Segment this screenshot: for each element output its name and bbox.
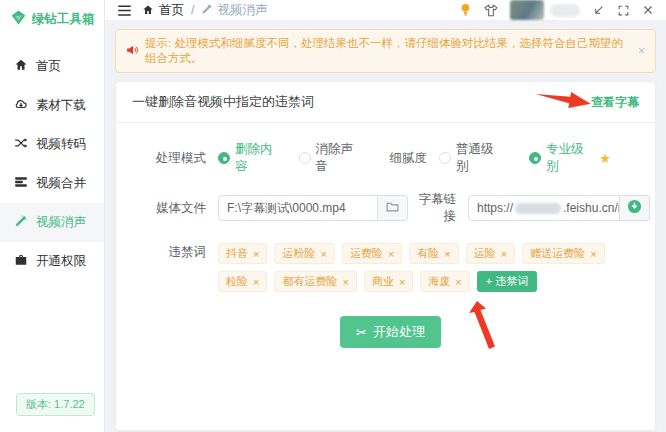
forbidden-words-label: 违禁词 [144, 241, 206, 292]
alert-text: 提示: 处理模式和细腻度不同，处理结果也不一样，请仔细体验对比结果，选择符合自己… [145, 36, 632, 66]
media-file-label: 媒体文件 [144, 200, 206, 217]
hamburger-menu-icon[interactable] [117, 4, 132, 17]
tag-label: 海废 [428, 274, 450, 289]
home-icon [14, 58, 28, 75]
close-window-icon[interactable] [642, 4, 654, 16]
cloud-download-icon [14, 97, 28, 114]
browse-folder-button[interactable] [378, 195, 408, 221]
tag-item: 商业× [364, 271, 413, 292]
view-subtitle-link[interactable]: 查看字幕 [591, 94, 639, 111]
tag-label: 抖音 [226, 246, 248, 261]
row-file-link: 媒体文件 字幕链接 [144, 191, 637, 225]
sidebar: 绿钻工具箱 首页 素材下载 视频转码 视频合并 视频消声 [0, 0, 105, 432]
tag-label: 都有运费险 [282, 274, 337, 289]
diamond-logo-icon [10, 9, 27, 29]
star-icon: ★ [599, 151, 611, 166]
sidebar-item-label: 视频消声 [36, 214, 86, 231]
breadcrumb-current: 视频消声 [201, 2, 267, 19]
sidebar-item-home[interactable]: 首页 [0, 47, 104, 86]
field-fineness: 细腻度 普通级别 专业级别 ★ [379, 141, 637, 175]
tag-remove-icon[interactable]: × [501, 248, 507, 260]
sidebar-item-video-merge[interactable]: 视频合并 [0, 164, 104, 203]
breadcrumb-current-label: 视频消声 [217, 2, 267, 19]
radio-label: 专业级别 [546, 141, 592, 175]
sidebar-item-permissions[interactable]: 开通权限 [0, 242, 104, 281]
tag-remove-icon[interactable]: × [253, 248, 259, 260]
tag-label: 粒险 [226, 274, 248, 289]
content-area: 提示: 处理模式和细腻度不同，处理结果也不一样，请仔细体验对比结果，选择符合自己… [105, 21, 666, 432]
scissors-icon: ✂ [356, 325, 367, 340]
start-processing-button[interactable]: ✂ 开始处理 [340, 316, 441, 348]
media-file-group [218, 195, 408, 221]
app-title: 绿钻工具箱 [32, 11, 95, 28]
fetch-subtitle-button[interactable] [620, 195, 650, 221]
sidebar-item-video-mute[interactable]: 视频消声 [0, 203, 104, 242]
field-process-mode: 处理模式 删除内容 消除声音 [144, 141, 379, 175]
radio-icon [529, 152, 541, 164]
forbidden-words-tags: 抖音× 运粉险× 运费险× 有险× 运险× 赠送运费险× 粒险× 都有运费险× … [218, 241, 637, 292]
fineness-label: 细腻度 [379, 150, 427, 167]
tag-label: 运粉险 [282, 246, 315, 261]
brush-icon [14, 214, 28, 231]
tshirt-icon[interactable] [484, 4, 498, 17]
panel-title: 一键删除音视频中指定的违禁词 [132, 93, 314, 111]
tag-remove-icon[interactable]: × [388, 248, 394, 260]
alert-close-icon[interactable]: × [638, 44, 645, 58]
radio-label: 删除内容 [235, 141, 273, 175]
breadcrumb-home[interactable]: 首页 [159, 2, 184, 19]
lightbulb-icon[interactable] [459, 3, 472, 17]
panel-header: 一键删除音视频中指定的违禁词 查看字幕 [116, 82, 655, 123]
shuffle-icon [14, 136, 28, 153]
sidebar-item-label: 素材下载 [36, 97, 86, 114]
app-window: 绿钻工具箱 首页 素材下载 视频转码 视频合并 视频消声 [0, 0, 666, 432]
megaphone-icon [126, 44, 139, 58]
tag-label: 运费险 [350, 246, 383, 261]
link-suffix: .feishu.cn/minu [563, 201, 620, 215]
breadcrumb: 首页 / 视频消声 [142, 2, 267, 19]
breadcrumb-separator: / [191, 3, 194, 17]
media-file-input[interactable] [218, 195, 378, 221]
minimize-corner-icon[interactable] [592, 4, 605, 17]
tag-remove-icon[interactable]: × [444, 248, 450, 260]
start-row: ✂ 开始处理 [144, 316, 637, 348]
tag-item: 都有运费险× [274, 271, 356, 292]
panel-body: 处理模式 删除内容 消除声音 细腻度 [116, 123, 655, 430]
row-forbidden-words: 违禁词 抖音× 运粉险× 运费险× 有险× 运险× 赠送运费险× 粒险× 都有运… [144, 241, 637, 292]
add-forbidden-word-button[interactable]: + 违禁词 [477, 271, 537, 292]
radio-delete-content[interactable]: 删除内容 [218, 141, 273, 175]
tag-label: 商业 [372, 274, 394, 289]
tag-remove-icon[interactable]: × [590, 248, 596, 260]
tag-label: 有险 [417, 246, 439, 261]
avatar[interactable] [510, 0, 544, 20]
blurred-link-segment [515, 203, 561, 214]
red-arrow-to-subtitle-link [533, 81, 595, 117]
topbar-right [459, 0, 654, 20]
version-badge: 版本: 1.7.22 [16, 393, 95, 416]
fullscreen-icon[interactable] [617, 4, 630, 17]
radio-icon [218, 152, 230, 164]
folder-icon [386, 201, 399, 215]
subtitle-link-group: https://.feishu.cn/minu [468, 195, 650, 221]
tag-item: 有险× [409, 243, 458, 264]
breadcrumb-home-icon[interactable] [142, 4, 154, 16]
field-media-file: 媒体文件 [144, 191, 408, 225]
radio-label: 消除声音 [316, 141, 354, 175]
subtitle-link-input[interactable]: https://.feishu.cn/minu [468, 195, 620, 221]
start-button-label: 开始处理 [373, 323, 425, 341]
radio-professional-level[interactable]: 专业级别 ★ [529, 141, 611, 175]
merge-icon [14, 175, 28, 192]
tag-remove-icon[interactable]: × [320, 248, 326, 260]
radio-normal-level[interactable]: 普通级别 [439, 141, 503, 175]
radio-remove-sound[interactable]: 消除声音 [299, 141, 354, 175]
sidebar-item-material-download[interactable]: 素材下载 [0, 86, 104, 125]
tag-remove-icon[interactable]: × [342, 276, 348, 288]
link-prefix: https:// [477, 201, 513, 215]
notice-alert: 提示: 处理模式和细腻度不同，处理结果也不一样，请仔细体验对比结果，选择符合自己… [115, 29, 656, 73]
tag-remove-icon[interactable]: × [399, 276, 405, 288]
tag-remove-icon[interactable]: × [253, 276, 259, 288]
main-area: 首页 / 视频消声 [105, 0, 666, 432]
tag-remove-icon[interactable]: × [455, 276, 461, 288]
username-blurred [550, 4, 580, 17]
tool-panel: 一键删除音视频中指定的违禁词 查看字幕 处理模式 删除内容 [115, 81, 656, 431]
sidebar-item-video-transcode[interactable]: 视频转码 [0, 125, 104, 164]
